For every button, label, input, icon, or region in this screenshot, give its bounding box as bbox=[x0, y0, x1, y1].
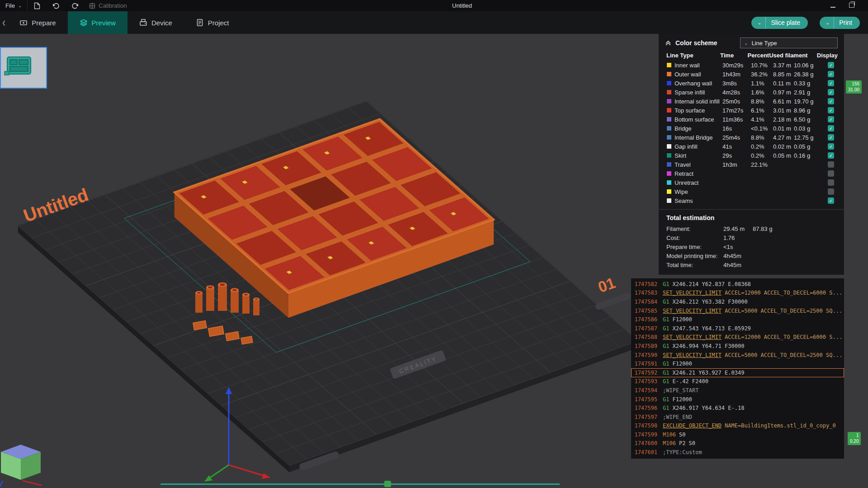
chevron-down-icon[interactable]: ⌄ bbox=[751, 17, 766, 28]
collapse-panel-icon[interactable] bbox=[665, 40, 671, 46]
col-time: Time bbox=[720, 52, 747, 59]
minimize-button[interactable] bbox=[830, 2, 835, 9]
file-menu[interactable]: File ⌄ bbox=[0, 0, 28, 11]
gcode-line[interactable]: 1747594;WIPE_START bbox=[631, 386, 844, 395]
line-type-label: Sparse infill bbox=[675, 89, 722, 96]
total-row-value: 1.76 bbox=[723, 235, 753, 241]
display-checkbox[interactable] bbox=[828, 179, 834, 186]
line-type-row: Unretract bbox=[659, 178, 844, 187]
gcode-line[interactable]: 1747596G1X246.917 Y64.634 E-.18 bbox=[631, 404, 844, 413]
gcode-params: NAME=BuildingItems.stl_id_0_copy_0 bbox=[725, 422, 836, 429]
display-checkbox[interactable] bbox=[828, 161, 834, 168]
line-type-label: Bridge bbox=[675, 125, 722, 132]
gcode-line-number: 1747597 bbox=[631, 414, 657, 420]
undo-icon bbox=[52, 3, 60, 9]
display-checkbox[interactable]: ✓ bbox=[828, 125, 834, 131]
gcode-command: M106 bbox=[663, 432, 676, 438]
line-type-label: Top surface bbox=[675, 107, 722, 114]
calibration-label: Calibration bbox=[99, 2, 127, 9]
line-type-grams: 26.38 g bbox=[794, 71, 823, 78]
display-checkbox[interactable]: ✓ bbox=[828, 152, 834, 159]
gcode-line[interactable]: 1747599M106S0 bbox=[631, 430, 844, 439]
tab-project[interactable]: Project bbox=[184, 11, 241, 34]
total-estimation-row: Filament:29.45 m87.83 g bbox=[659, 224, 844, 233]
window-title: Untitled bbox=[452, 2, 472, 9]
new-project-button[interactable] bbox=[28, 0, 47, 11]
tab-preview[interactable]: Preview bbox=[68, 11, 127, 34]
line-type-color-swatch bbox=[666, 135, 672, 140]
line-type-row: Sparse infill4m28s1.6%0.97 m2.91 g✓ bbox=[659, 88, 844, 97]
gcode-line-number: 1747590 bbox=[631, 352, 657, 358]
gcode-line[interactable]: 1747589G1X246.994 Y64.71 F30000 bbox=[631, 342, 844, 351]
gcode-command: SET_VELOCITY_LIMIT bbox=[663, 334, 722, 340]
display-checkbox[interactable] bbox=[828, 170, 834, 177]
line-type-color-swatch bbox=[666, 99, 672, 104]
gcode-line[interactable]: 1747600M106P2 S0 bbox=[631, 439, 844, 448]
calibration-icon bbox=[89, 3, 95, 9]
layer-slider-bottom-handle[interactable]: 1 0.20 bbox=[848, 432, 861, 445]
line-type-meters: 6.61 m bbox=[773, 98, 794, 105]
display-checkbox[interactable]: ✓ bbox=[828, 62, 834, 68]
print-button[interactable]: ⌄ Print bbox=[820, 17, 860, 29]
chevron-down-icon: ⌄ bbox=[744, 41, 748, 46]
move-slider[interactable] bbox=[160, 483, 560, 485]
tab-prepare[interactable]: Prepare bbox=[8, 11, 67, 34]
line-type-grams: 10.06 g bbox=[794, 62, 823, 69]
gcode-line[interactable]: 1747583SET_VELOCITY_LIMITACCEL=12000 ACC… bbox=[631, 289, 844, 298]
gcode-command: G1 bbox=[663, 281, 669, 287]
gcode-line-number: 1747587 bbox=[631, 325, 657, 332]
display-checkbox[interactable]: ✓ bbox=[828, 143, 834, 150]
chevron-left-icon[interactable]: ❮ bbox=[0, 11, 8, 34]
gcode-params: X246.214 Y62.837 E.08368 bbox=[672, 281, 750, 287]
gcode-params: E-.42 F2400 bbox=[672, 378, 708, 385]
gcode-line[interactable]: 1747590SET_VELOCITY_LIMITACCEL=5000 ACCE… bbox=[631, 351, 844, 360]
display-checkbox[interactable]: ✓ bbox=[828, 197, 834, 204]
move-slider-handle[interactable] bbox=[384, 481, 391, 487]
tab-device[interactable]: Device bbox=[127, 11, 184, 34]
gcode-line[interactable]: 1747598EXCLUDE_OBJECT_ENDNAME=BuildingIt… bbox=[631, 422, 844, 431]
gcode-line[interactable]: 1747585SET_VELOCITY_LIMITACCEL=5000 ACCE… bbox=[631, 306, 844, 315]
display-checkbox[interactable]: ✓ bbox=[828, 71, 834, 77]
display-checkbox[interactable] bbox=[828, 188, 834, 195]
gcode-line[interactable]: 1747588SET_VELOCITY_LIMITACCEL=12000 ACC… bbox=[631, 333, 844, 342]
line-type-percent: 8.8% bbox=[751, 134, 773, 141]
undo-button[interactable] bbox=[47, 0, 66, 11]
slice-plate-button[interactable]: ⌄ Slice plate bbox=[751, 17, 808, 29]
gcode-params: ACCEL=12000 ACCEL_TO_DECEL=6000 S... bbox=[725, 290, 842, 296]
display-checkbox[interactable]: ✓ bbox=[828, 116, 834, 122]
display-checkbox[interactable]: ✓ bbox=[828, 80, 834, 86]
line-type-dropdown[interactable]: ⌄ Line Type bbox=[740, 38, 838, 48]
gcode-line[interactable]: 1747591G1F12000 bbox=[631, 359, 844, 368]
plate-thumbnail[interactable] bbox=[0, 47, 47, 89]
gcode-viewer-panel[interactable]: 1747582G1X246.214 Y62.837 E.083681747583… bbox=[631, 278, 844, 459]
preview-icon bbox=[80, 19, 88, 27]
gcode-line[interactable]: 1747592G1X246.21 Y63.927 E.0349 bbox=[631, 368, 844, 377]
calibration-button[interactable]: Calibration bbox=[85, 2, 131, 9]
chevron-down-icon[interactable]: ⌄ bbox=[820, 17, 834, 28]
line-type-color-swatch bbox=[666, 198, 672, 203]
gcode-params: P2 S0 bbox=[679, 440, 695, 446]
display-checkbox[interactable]: ✓ bbox=[828, 134, 834, 141]
line-type-meters: 0.11 m bbox=[773, 80, 794, 87]
display-checkbox[interactable]: ✓ bbox=[828, 107, 834, 113]
gcode-line[interactable]: 1747597;WIPE_END bbox=[631, 413, 844, 422]
display-checkbox[interactable]: ✓ bbox=[828, 89, 834, 95]
layer-slider-top-handle[interactable]: 155 31.00 bbox=[846, 80, 862, 94]
total-estimation-section: Total estimation Filament:29.45 m87.83 g… bbox=[659, 209, 844, 269]
redo-button[interactable] bbox=[66, 0, 85, 11]
total-row-label: Cost: bbox=[666, 235, 723, 241]
gcode-line[interactable]: 1747584G1X246.212 Y63.382 F30000 bbox=[631, 297, 844, 306]
line-type-row: Bridge16s<0.1%0.01 m0.03 g✓ bbox=[659, 124, 844, 133]
gcode-line[interactable]: 1747586G1F12000 bbox=[631, 315, 844, 324]
restore-button[interactable] bbox=[849, 2, 854, 9]
line-type-meters: 0.02 m bbox=[773, 143, 794, 150]
line-type-color-swatch bbox=[666, 153, 672, 158]
gcode-line[interactable]: 1747593G1E-.42 F2400 bbox=[631, 377, 844, 386]
line-type-time: 30m29s bbox=[722, 62, 751, 69]
gcode-line[interactable]: 1747601;TYPE:Custom bbox=[631, 448, 844, 457]
line-type-row: Internal Bridge25m4s8.8%4.27 m12.75 g✓ bbox=[659, 133, 844, 142]
gcode-line[interactable]: 1747595G1F12000 bbox=[631, 395, 844, 404]
display-checkbox[interactable]: ✓ bbox=[828, 98, 834, 104]
gcode-line[interactable]: 1747587G1X247.543 Y64.713 E.05929 bbox=[631, 324, 844, 333]
gcode-line[interactable]: 1747582G1X246.214 Y62.837 E.08368 bbox=[631, 280, 844, 289]
